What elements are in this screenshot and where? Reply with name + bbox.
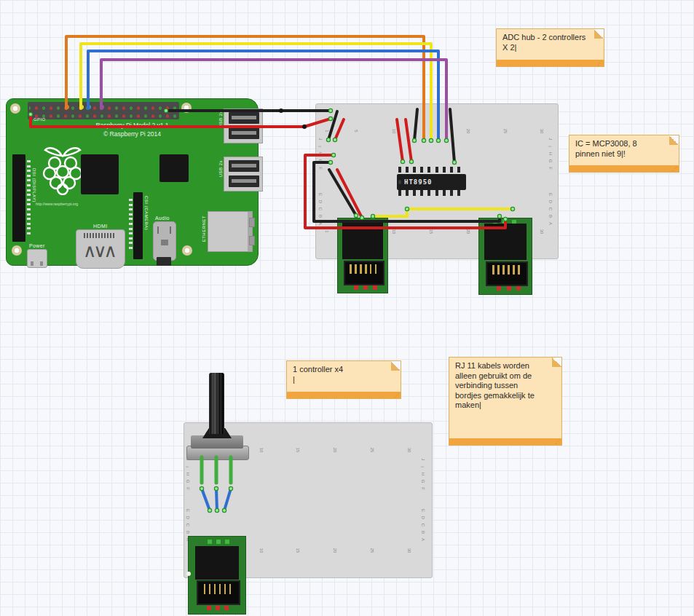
resize-grip-icon[interactable]: ⋰: [672, 165, 677, 172]
usb2-label: USB 2x: [218, 160, 223, 177]
pi-model-text: Raspberry Pi Model 2 v1.1: [68, 122, 196, 129]
rj11-board-1[interactable]: [337, 218, 388, 293]
bb-row-label: B: [318, 215, 323, 218]
bb-column-label: 15: [296, 448, 301, 453]
gpio-pin-purple[interactable]: [100, 105, 104, 109]
bb-row-label: A: [421, 538, 425, 541]
gpio-header[interactable]: [28, 102, 179, 119]
bb-row-label: C: [318, 208, 323, 210]
note-text[interactable]: RJ 11 kabels worden alleen gebruikt om d…: [455, 361, 556, 411]
dsi-pins: [27, 160, 31, 236]
resize-grip-icon[interactable]: ⋰: [597, 60, 602, 66]
bb-row-label: D: [186, 516, 190, 519]
ethernet-contact: [249, 218, 255, 227]
dsi-connector[interactable]: [12, 154, 25, 242]
gpio-label: GPIO: [33, 117, 46, 122]
wire-bendpoint[interactable]: [302, 125, 307, 129]
bb-row-label: H: [186, 473, 190, 475]
usb-controller-chip: [159, 154, 189, 182]
sticky-note-ic[interactable]: IC = MCP3008, 8 pinnen niet 9|! ⋰: [569, 135, 679, 173]
usb-tongue: [232, 179, 256, 183]
bb-row-label: C: [548, 208, 553, 210]
resize-grip-icon[interactable]: ⋰: [555, 438, 560, 445]
wire-bendpoint[interactable]: [279, 108, 283, 113]
bb-column-label: 10: [392, 129, 396, 134]
raspberry-pi-board[interactable]: GPIO Raspberry Pi Model 2 v1.1 © Raspber…: [6, 98, 259, 266]
usb-tongue: [232, 164, 256, 167]
bb-column-label: 10: [392, 229, 396, 234]
mounting-hole: [12, 245, 22, 256]
rj11-port-opening: [486, 261, 528, 286]
sticky-note-adc-hub[interactable]: ADC hub - 2 controllers X 2| ⋰: [496, 28, 604, 67]
bb-row-label: D: [421, 516, 425, 519]
ethernet-contact: [249, 236, 255, 245]
ic-legs-top: [398, 167, 465, 173]
bb-column-label: 15: [296, 548, 301, 553]
note-text[interactable]: 1 controller x4 |: [293, 365, 395, 384]
bb-row-label: I: [185, 466, 189, 467]
audio-detail: [157, 226, 159, 234]
usb-port-top[interactable]: [224, 108, 263, 143]
bb-column-label: 25: [503, 129, 508, 134]
rj11-pad-red: [373, 285, 377, 290]
usb-tongue: [232, 116, 256, 119]
rj11-gold-pins: [204, 584, 234, 594]
sticky-note-controller[interactable]: 1 controller x4 | ⋰: [286, 360, 401, 399]
rj11-pad-red: [516, 286, 521, 291]
bb-row-label: E: [318, 193, 323, 196]
mounting-hole: [182, 245, 192, 256]
rj11-board-2[interactable]: [478, 218, 532, 295]
power-micro-usb[interactable]: [27, 249, 47, 268]
bb-row-label: J: [548, 138, 553, 141]
rj11-port-opening: [197, 580, 240, 605]
bb-row-label: F: [421, 487, 425, 490]
bb-row-label: C: [421, 524, 425, 526]
rj11-gold-pins: [492, 265, 523, 275]
audio-jack[interactable]: [153, 221, 176, 261]
ic-legs-bottom: [398, 190, 465, 196]
hdmi-label: HDMI: [93, 224, 108, 229]
bb-column-label: 20: [334, 448, 338, 453]
rj11-pad-red: [363, 285, 368, 290]
soc-chip: [81, 154, 119, 194]
audio-label: Audio: [155, 216, 170, 221]
sticky-note-rj11[interactable]: RJ 11 kabels worden alleen gebruikt om d…: [449, 357, 562, 446]
rj11-port-opening: [344, 261, 385, 285]
ic-chip[interactable]: HT8950: [397, 174, 466, 190]
potentiometer[interactable]: [186, 373, 248, 459]
rj11-pad-red: [507, 286, 511, 291]
raspberry-pi-logo-icon: [40, 144, 85, 195]
gpio-pin-blue[interactable]: [87, 105, 91, 109]
gpio-pin-yellow[interactable]: [79, 105, 84, 109]
mounting-hole: [10, 103, 20, 114]
pi-copyright-text: © Raspberry Pi 2014: [68, 130, 196, 138]
bb-row-label: J: [421, 459, 425, 461]
rj11-pad-green: [216, 540, 221, 544]
bb-row-label: I: [318, 146, 322, 147]
note-text[interactable]: ADC hub - 2 controllers X 2|: [502, 33, 598, 52]
ethernet-port[interactable]: [208, 211, 253, 252]
note-text[interactable]: IC = MCP3008, 8 pinnen niet 9|!: [575, 139, 673, 159]
bb-row-label: C: [186, 524, 190, 526]
pot-shaft[interactable]: [209, 373, 224, 434]
rj11-board-3[interactable]: [188, 536, 246, 615]
audio-detail: [161, 240, 168, 245]
note-bar: [449, 438, 561, 445]
rj11-jack: [484, 224, 527, 260]
usb-port-bottom[interactable]: [224, 157, 263, 191]
bb-column-label: 1: [324, 230, 328, 232]
csi-connector[interactable]: [133, 192, 143, 259]
gpio-pin-orange[interactable]: [65, 105, 69, 109]
rj11-pad-red: [354, 285, 358, 290]
bb-column-label: 20: [334, 548, 338, 553]
bb-row-label: I: [548, 146, 552, 147]
bb-row-label: G: [186, 480, 190, 483]
bb-column-label: 20: [466, 129, 470, 134]
bb-row-label: E: [548, 193, 553, 196]
rj11-gold-pins: [350, 264, 379, 274]
bb-row-label: A: [318, 222, 323, 225]
usb-slot: [229, 175, 259, 187]
bb-row-label: B: [186, 531, 190, 534]
resize-grip-icon[interactable]: ⋰: [394, 392, 399, 398]
hdmi-port[interactable]: ∧∨∧: [76, 229, 125, 269]
